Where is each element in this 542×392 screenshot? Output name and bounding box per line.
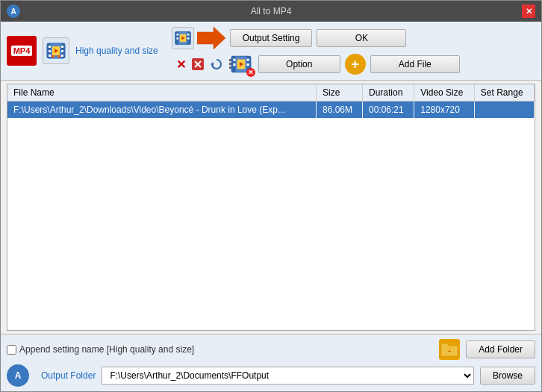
delete-icon: ✕: [176, 57, 186, 72]
footer-bottom: A Output Folder F:\Users\Arthur_2\Docume…: [7, 364, 535, 387]
table-cell-2: 00:06:21: [363, 102, 414, 119]
close-button[interactable]: ✕: [522, 4, 535, 18]
add-icon: +: [345, 54, 366, 75]
svg-rect-19: [187, 37, 190, 40]
toolbar-left: MP4 High qua: [7, 36, 158, 66]
add-folder-button[interactable]: Add Folder: [466, 340, 535, 358]
film-icon2-container: [172, 27, 194, 49]
svg-rect-8: [61, 55, 63, 57]
table-header-row: File Name Size Duration Video Size Set R…: [7, 84, 535, 102]
toolbar-top-row: Output Setting OK: [172, 26, 407, 50]
footer-app-icon: A: [7, 364, 29, 387]
table-cell-0: F:\Users\Arthur_2\Downloads\Video\Beyonc…: [7, 102, 317, 119]
col-video-size: Video Size: [414, 84, 475, 102]
quality-label: High quality and size: [75, 46, 158, 56]
svg-rect-17: [176, 37, 178, 40]
film-icon-container: [43, 37, 69, 64]
ok-button[interactable]: OK: [317, 29, 406, 47]
svg-rect-11: [52, 55, 54, 57]
append-checkbox-text: Append setting name [High quality and si…: [19, 344, 194, 355]
delete-alt-button[interactable]: [190, 57, 205, 72]
svg-rect-4: [49, 50, 51, 52]
add-file-button[interactable]: Add File: [370, 55, 460, 73]
refresh-button[interactable]: [208, 56, 225, 72]
svg-rect-35: [246, 59, 249, 61]
window-title: All to MP4: [251, 6, 292, 16]
refresh-icon: [210, 57, 223, 71]
toolbar-center: Output Setting OK ✕: [172, 26, 460, 75]
arrow-right-icon: [197, 26, 225, 50]
film-icon2: [174, 29, 192, 47]
col-file-name: File Name: [7, 84, 317, 102]
table-cell-1: 86.06M: [317, 102, 363, 119]
svg-rect-5: [49, 55, 51, 57]
toolbar-bottom-row: ✕: [172, 53, 460, 75]
option-film-icon-container: ✕: [230, 53, 252, 75]
mp4-label: MP4: [11, 46, 33, 56]
title-bar-left: A: [7, 4, 20, 18]
file-table-container: File Name Size Duration Video Size Set R…: [7, 84, 535, 331]
small-icons-group: ✕: [172, 56, 225, 73]
output-path-select[interactable]: F:\Users\Arthur_2\Documents\FFOutput: [102, 367, 474, 385]
table-row[interactable]: F:\Users\Arthur_2\Downloads\Video\Beyonc…: [7, 102, 535, 119]
delete-alt-icon: [192, 58, 204, 70]
col-set-range: Set Range: [474, 84, 534, 102]
add-folder-icon: +: [439, 339, 460, 360]
delete-button[interactable]: ✕: [175, 56, 187, 73]
toolbar: MP4 High qua: [1, 22, 541, 81]
table-cell-4: [474, 102, 534, 119]
table-cell-3: 1280x720: [414, 102, 475, 119]
append-checkbox[interactable]: [7, 345, 16, 355]
svg-rect-6: [61, 46, 63, 48]
red-dot-icon: ✕: [246, 68, 255, 77]
film-icon: [46, 40, 66, 61]
svg-marker-22: [197, 27, 225, 49]
file-table: File Name Size Duration Video Size Set R…: [7, 84, 535, 118]
film-arrow-container: [172, 26, 225, 50]
svg-rect-12: [57, 55, 60, 57]
svg-rect-18: [187, 34, 190, 36]
svg-rect-3: [49, 46, 51, 48]
col-size: Size: [317, 84, 363, 102]
folder-icon: +: [440, 342, 458, 357]
footer: Append setting name [High quality and si…: [1, 334, 541, 391]
svg-rect-34: [233, 63, 235, 66]
app-icon: A: [7, 4, 20, 18]
svg-text:+: +: [448, 348, 452, 355]
main-window: A All to MP4 ✕ MP4: [0, 0, 542, 392]
svg-rect-16: [176, 34, 178, 36]
svg-rect-33: [233, 59, 235, 61]
option-button[interactable]: Option: [258, 55, 340, 73]
browse-button[interactable]: Browse: [480, 367, 535, 385]
col-duration: Duration: [363, 84, 414, 102]
output-folder-label: Output Folder: [41, 370, 96, 381]
footer-top: Append setting name [High quality and si…: [7, 339, 535, 360]
svg-rect-7: [61, 50, 63, 52]
output-setting-button[interactable]: Output Setting: [230, 29, 313, 47]
title-bar: A All to MP4 ✕: [1, 1, 541, 22]
mp4-icon: MP4: [7, 36, 37, 66]
svg-rect-36: [246, 63, 249, 66]
append-checkbox-label[interactable]: Append setting name [High quality and si…: [7, 344, 194, 355]
